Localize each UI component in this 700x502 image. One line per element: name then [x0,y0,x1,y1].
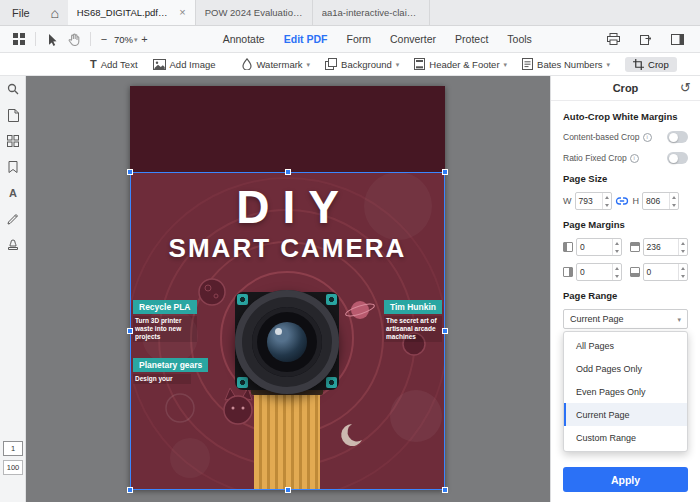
apps-grid-icon[interactable] [8,29,29,50]
print-icon[interactable] [603,29,624,50]
tab-tools[interactable]: Tools [507,33,532,45]
crop-handle[interactable] [442,487,448,493]
content-based-crop-toggle[interactable] [667,131,688,143]
crop-handle[interactable] [127,328,133,334]
margin-bottom-icon [630,267,640,277]
page-number-current[interactable]: 1 [3,441,23,456]
crop-handle[interactable] [285,487,291,493]
tab-form[interactable]: Form [346,33,371,45]
dropdown-option-even-pages[interactable]: Even Pages Only [564,380,687,403]
page-range-control: Current Page ▾ All Pages Odd Pages Only … [563,309,688,329]
thumbnail-grid-icon[interactable] [0,128,26,154]
bates-numbers-icon [522,58,533,70]
add-image-label: Add Image [170,59,216,70]
panel-toggle-icon[interactable] [667,29,688,50]
add-text-button[interactable]: T Add Text [90,58,138,70]
info-icon[interactable]: i [643,133,652,142]
ratio-fixed-crop-row: Ratio Fixed Crop i [563,152,688,164]
stamp-icon[interactable] [0,232,26,258]
page-size-heading: Page Size [563,173,688,184]
watermark-icon [242,58,252,70]
stepper[interactable] [602,193,611,209]
dropdown-option-all-pages[interactable]: All Pages [564,334,687,357]
crop-panel: Crop ↺ Auto-Crop White Margins Content-b… [550,76,700,502]
page-number-total[interactable]: 100 [3,460,23,475]
margin-right-input[interactable]: 0 [576,263,622,281]
file-menu[interactable]: File [0,0,42,25]
search-icon[interactable] [0,76,26,102]
close-icon[interactable]: × [179,7,185,18]
chevron-down-icon: ▾ [396,61,400,68]
pdf-page-canvas[interactable]: DIY SMART CAMERA Recycle PLA Turn 3D pri… [130,86,445,490]
share-export-icon[interactable] [635,29,656,50]
page-thumbnails-icon[interactable] [0,102,26,128]
edit-pdf-toolbar: T Add Text Add Image Watermark ▾ Backgro… [0,53,700,76]
bates-numbers-button[interactable]: Bates Numbers ▾ [522,58,610,70]
zoom-in-button[interactable]: + [138,33,152,45]
margin-left-input[interactable]: 0 [576,238,622,256]
signature-pen-icon[interactable] [0,206,26,232]
page-range-dropdown: All Pages Odd Pages Only Even Pages Only… [563,331,688,452]
margin-bottom-cell: 0 [630,263,689,281]
stepper[interactable] [678,264,687,280]
crop-panel-body: Auto-Crop White Margins Content-based Cr… [551,101,700,502]
chevron-down-icon: ▾ [677,316,681,323]
tab-label: HS68_DIGITAL.pdf_Copy [77,7,173,18]
page-margins-grid: 0 236 0 [563,238,688,281]
text-tool-icon: T [90,58,97,70]
document-tab[interactable]: POW 2024 Evaluation R... [196,0,313,25]
content-based-crop-row: Content-based Crop i [563,131,688,143]
page-range-value: Current Page [570,314,624,324]
reset-icon[interactable]: ↺ [680,80,691,95]
info-icon[interactable]: i [630,154,639,163]
background-button[interactable]: Background ▾ [325,58,399,70]
margin-top-input[interactable]: 236 [643,238,689,256]
tab-annotate[interactable]: Annotate [223,33,265,45]
margin-bottom-input[interactable]: 0 [643,263,689,281]
stepper[interactable] [669,193,678,209]
stepper[interactable] [612,239,621,255]
zoom-level-value[interactable]: 70% [114,34,133,45]
width-input[interactable]: 793 [575,192,612,210]
margin-top-icon [630,242,640,252]
page-range-select[interactable]: Current Page ▾ [563,309,688,329]
document-tab-active[interactable]: HS68_DIGITAL.pdf_Copy × [68,0,196,25]
crop-tool-button[interactable]: Crop [625,57,677,72]
dropdown-option-custom-range[interactable]: Custom Range [564,426,687,449]
crop-handle[interactable] [442,169,448,175]
crop-handle[interactable] [442,328,448,334]
crop-panel-header: Crop ↺ [551,76,700,101]
page-range-heading: Page Range [563,290,688,301]
home-icon[interactable]: ⌂ [42,0,68,25]
tab-converter[interactable]: Converter [390,33,436,45]
stepper[interactable] [612,264,621,280]
tab-protect[interactable]: Protect [455,33,488,45]
crop-handle[interactable] [127,169,133,175]
zoom-out-button[interactable]: − [97,33,111,45]
image-icon [153,59,166,70]
watermark-button[interactable]: Watermark ▾ [242,58,310,70]
toolbar-right-group [603,29,688,50]
crop-handle[interactable] [285,169,291,175]
dropdown-option-current-page[interactable]: Current Page [564,403,687,426]
document-tab[interactable]: aa1a-interactive-claim-... [313,0,430,25]
left-sidebar: A 1 100 [0,76,26,502]
ratio-fixed-crop-label: Ratio Fixed Crop [563,153,627,163]
crop-selection-box[interactable] [130,172,445,490]
ratio-fixed-crop-toggle[interactable] [667,152,688,164]
add-image-button[interactable]: Add Image [153,59,216,70]
header-footer-button[interactable]: Header & Footer ▾ [414,58,507,70]
height-input[interactable]: 806 [642,192,679,210]
crop-handle[interactable] [127,487,133,493]
bookmark-icon[interactable] [0,154,26,180]
link-dimensions-icon[interactable] [615,195,630,207]
font-tool-icon[interactable]: A [0,180,26,206]
hand-pan-icon[interactable] [63,29,84,50]
select-cursor-icon[interactable] [42,29,63,50]
apply-button[interactable]: Apply [563,467,688,492]
page-size-row: W 793 H 806 [563,192,688,210]
pdf-editor-window: File ⌂ HS68_DIGITAL.pdf_Copy × POW 2024 … [0,0,700,502]
tab-edit-pdf[interactable]: Edit PDF [284,33,328,45]
stepper[interactable] [678,239,687,255]
dropdown-option-odd-pages[interactable]: Odd Pages Only [564,357,687,380]
